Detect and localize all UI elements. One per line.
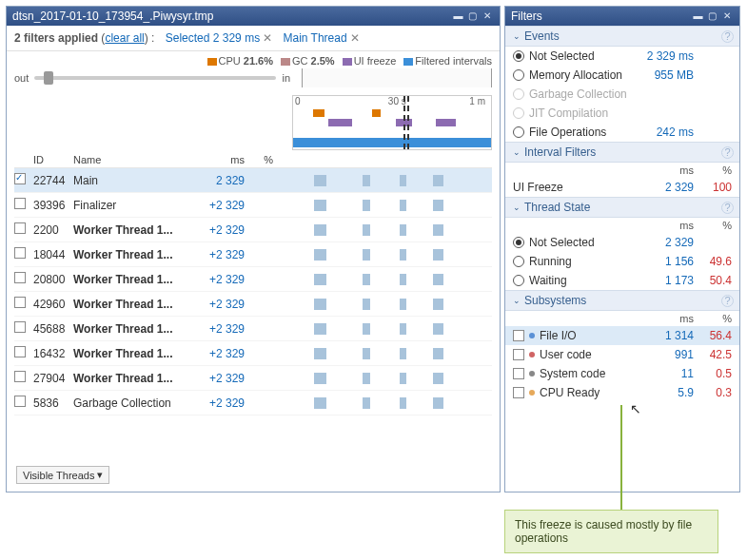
maximize-icon[interactable]: ▢: [705, 10, 719, 24]
thread-activity-chart[interactable]: [283, 247, 492, 262]
thread-ms[interactable]: +2 329: [197, 298, 245, 311]
subsystem-row[interactable]: CPU Ready5.90.3: [505, 383, 739, 402]
remove-filter-icon[interactable]: ✕: [263, 31, 272, 45]
timeline-panel-header[interactable]: dtsn_2017-01-10_173954_.Piwysyr.tmp ▬ ▢ …: [7, 7, 500, 26]
state-running[interactable]: Running1 15649.6: [505, 252, 739, 271]
clear-all-link[interactable]: clear all: [105, 31, 144, 45]
checkbox-icon[interactable]: [14, 173, 26, 184]
maximize-icon[interactable]: ▢: [465, 10, 480, 24]
minimize-icon[interactable]: ▬: [451, 10, 465, 24]
overview-timeline[interactable]: 0 30 s 1 m: [292, 95, 492, 150]
checkbox-icon[interactable]: [14, 272, 26, 283]
thread-ms[interactable]: +2 329: [197, 372, 245, 385]
subsystem-row[interactable]: User code99142.5: [505, 345, 739, 364]
thread-activity-chart[interactable]: [283, 222, 492, 238]
thread-activity-chart[interactable]: [283, 396, 492, 411]
radio-icon[interactable]: [513, 237, 524, 248]
radio-icon[interactable]: [513, 275, 524, 286]
zoom-thumb[interactable]: [44, 71, 53, 85]
thread-ms[interactable]: +2 329: [197, 223, 245, 237]
thread-activity-chart[interactable]: [283, 272, 492, 287]
thread-ms[interactable]: 2 329: [197, 174, 245, 187]
callout-connector: [620, 405, 622, 511]
checkbox-icon[interactable]: [513, 387, 524, 398]
thread-row[interactable]: 42960Worker Thread 1...+2 329: [14, 292, 492, 317]
interval-ui-freeze[interactable]: UI Freeze2 329100: [505, 178, 739, 197]
thread-activity-chart[interactable]: [283, 371, 492, 386]
thread-activity-chart[interactable]: [283, 198, 492, 213]
help-icon[interactable]: ?: [721, 30, 734, 43]
interval-section-header[interactable]: ⌄Interval Filters?: [505, 142, 739, 163]
event-file-ops[interactable]: File Operations242 ms: [505, 123, 739, 142]
thread-row[interactable]: 5836Garbage Collection+2 329: [14, 391, 492, 415]
threadstate-section-header[interactable]: ⌄Thread State?: [505, 197, 739, 218]
thread-activity-chart[interactable]: [283, 173, 492, 188]
thread-row[interactable]: 45688Worker Thread 1...+2 329: [14, 317, 492, 341]
events-section-header[interactable]: ⌄Events?: [505, 26, 739, 47]
col-name[interactable]: Name: [73, 154, 197, 165]
checkbox-icon[interactable]: [513, 349, 524, 360]
thread-activity-chart[interactable]: [283, 297, 492, 312]
thread-row[interactable]: 2200Worker Thread 1...+2 329: [14, 218, 492, 242]
filters-panel: Filters ▬ ▢ ✕ ⌄Events? Not Selected2 329…: [504, 6, 740, 492]
checkbox-icon[interactable]: [14, 297, 26, 308]
close-icon[interactable]: ✕: [719, 10, 734, 24]
subsystem-row[interactable]: File I/O1 31456.4: [505, 326, 739, 345]
thread-row[interactable]: 22744Main2 329: [14, 168, 492, 193]
time-cursor[interactable]: [403, 96, 409, 149]
checkbox-icon[interactable]: [14, 371, 26, 382]
radio-icon[interactable]: [513, 69, 524, 81]
subsystem-row[interactable]: System code110.5: [505, 364, 739, 383]
checkbox-icon[interactable]: [513, 368, 524, 379]
visible-threads-dropdown[interactable]: Visible Threads▾: [16, 466, 109, 484]
col-id[interactable]: ID: [33, 154, 73, 165]
minimize-icon[interactable]: ▬: [691, 10, 705, 24]
thread-ms[interactable]: +2 329: [197, 396, 245, 410]
thread-row[interactable]: 39396Finalizer+2 329: [14, 193, 492, 218]
thread-ms[interactable]: +2 329: [197, 322, 245, 336]
radio-icon[interactable]: [513, 256, 524, 267]
checkbox-icon[interactable]: [14, 222, 26, 234]
state-waiting[interactable]: Waiting1 17350.4: [505, 271, 739, 290]
checkbox-icon[interactable]: [14, 321, 26, 333]
zoom-slider[interactable]: [34, 76, 276, 80]
mini-timeline[interactable]: [302, 68, 492, 87]
checkbox-icon[interactable]: [14, 346, 26, 357]
col-ms[interactable]: ms: [197, 154, 245, 165]
thread-ms[interactable]: +2 329: [197, 199, 245, 212]
filter-pill-selected[interactable]: Selected 2 329 ms✕: [166, 31, 272, 45]
remove-filter-icon[interactable]: ✕: [350, 31, 360, 45]
subsystems-section-header[interactable]: ⌄Subsystems?: [505, 290, 739, 311]
state-not-selected[interactable]: Not Selected2 329: [505, 233, 739, 252]
thread-ms[interactable]: +2 329: [197, 273, 245, 286]
help-icon[interactable]: ?: [721, 146, 734, 159]
close-icon[interactable]: ✕: [480, 10, 494, 24]
subsystem-ms: 1 314: [646, 329, 694, 342]
thread-row[interactable]: 20800Worker Thread 1...+2 329: [14, 267, 492, 292]
thread-row[interactable]: 16432Worker Thread 1...+2 329: [14, 341, 492, 366]
event-not-selected[interactable]: Not Selected2 329 ms: [505, 47, 739, 66]
thread-id: 20800: [33, 273, 73, 286]
filter-pill-thread[interactable]: Main Thread✕: [283, 31, 359, 45]
thread-name: Worker Thread 1...: [73, 322, 197, 336]
event-memory[interactable]: Memory Allocation955 MB: [505, 66, 739, 85]
radio-icon[interactable]: [513, 50, 524, 62]
help-icon[interactable]: ?: [721, 202, 734, 214]
filters-panel-header[interactable]: Filters ▬ ▢ ✕: [505, 7, 739, 26]
col-pct[interactable]: %: [245, 154, 273, 165]
help-icon[interactable]: ?: [721, 295, 734, 307]
chevron-down-icon: ⌄: [513, 296, 521, 305]
thread-id: 5836: [33, 396, 73, 410]
uifreeze-swatch-icon: [343, 58, 352, 66]
checkbox-icon[interactable]: [14, 247, 26, 259]
checkbox-icon[interactable]: [513, 330, 524, 341]
thread-activity-chart[interactable]: [283, 321, 492, 337]
thread-ms[interactable]: +2 329: [197, 248, 245, 261]
thread-ms[interactable]: +2 329: [197, 347, 245, 360]
thread-row[interactable]: 27904Worker Thread 1...+2 329: [14, 366, 492, 391]
thread-row[interactable]: 18044Worker Thread 1...+2 329: [14, 242, 492, 267]
radio-icon[interactable]: [513, 126, 524, 138]
checkbox-icon[interactable]: [14, 198, 26, 209]
thread-activity-chart[interactable]: [283, 346, 492, 361]
checkbox-icon[interactable]: [14, 396, 26, 407]
